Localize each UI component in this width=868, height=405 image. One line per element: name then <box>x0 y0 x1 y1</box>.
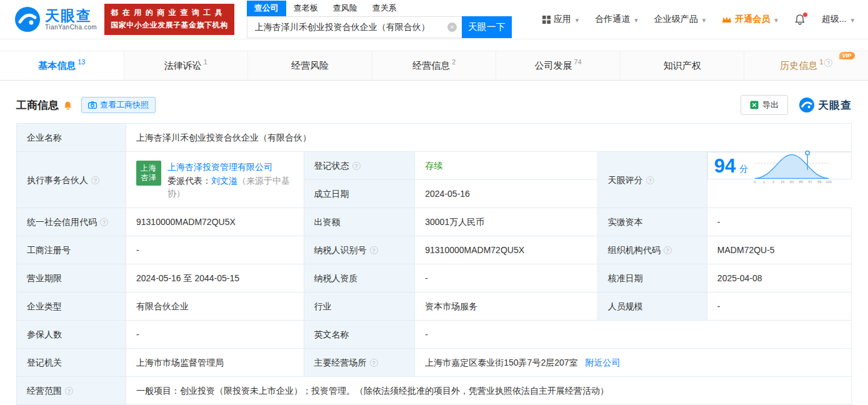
nav-enterprise-product[interactable]: 企业级产品 <box>654 14 706 25</box>
rep-name-link[interactable]: 刘文溢 <box>211 176 237 186</box>
score-unit: 分 <box>739 162 748 175</box>
search-input[interactable] <box>247 16 462 38</box>
tab-label: 公司发展 <box>534 60 572 72</box>
search-tab-risk[interactable]: 查风险 <box>326 1 365 16</box>
slogan-line1: 都在用的商业查询工具 <box>111 7 228 19</box>
tick-label: 50 <box>790 180 794 184</box>
slogan-banner: 都在用的商业查询工具 国家中小企业发展子基金旗下机构 <box>104 4 234 35</box>
score-value: 94 <box>714 156 736 176</box>
company-avatar[interactable]: 上海 杏泽 <box>136 161 161 186</box>
tick-label: 100 <box>826 180 832 184</box>
section-bar-right: 导出 天眼查 <box>741 95 852 115</box>
help-icon[interactable] <box>370 359 378 367</box>
tab-label: 基本信息 <box>38 60 76 72</box>
value-industry: 资本市场服务 <box>415 292 598 321</box>
export-button[interactable]: 导出 <box>741 95 788 115</box>
excel-icon <box>750 101 759 109</box>
tab-operating-info[interactable]: 经营信息2 <box>372 51 497 80</box>
tick-label: 85 <box>799 180 803 184</box>
help-icon[interactable] <box>65 387 73 395</box>
chevron-down-icon <box>701 14 706 24</box>
value-taxpayer-quality: - <box>415 264 598 292</box>
label-taxpayer-id: 纳税人识别号 <box>304 236 415 264</box>
tab-count: 74 <box>574 58 581 66</box>
tab-label: 历史信息 <box>780 60 817 72</box>
rep-label: 委派代表： <box>167 176 211 186</box>
value-registration-status: 存续 <box>415 152 598 180</box>
tick-label: 3 <box>772 180 774 184</box>
search-tab-boss[interactable]: 查老板 <box>286 1 326 16</box>
snapshot-button[interactable]: 查看工商快照 <box>81 97 156 113</box>
notification-dot <box>803 12 807 17</box>
help-icon[interactable] <box>91 176 99 184</box>
chart-x-ticks: 0 1 3 15 50 85 97 99 100 <box>754 180 832 184</box>
clear-icon[interactable]: × <box>447 22 457 32</box>
label-approval-date: 核准日期 <box>597 264 707 292</box>
label-company-type: 企业类型 <box>17 292 126 321</box>
value-executive-partner: 上海 杏泽 上海杏泽投资管理有限公司 委派代表：刘文溢（来源于中基协） <box>126 152 304 208</box>
crown-icon <box>722 16 732 23</box>
value-taxpayer-id: 91310000MADM72QU5X <box>415 236 598 264</box>
tab-basic-info[interactable]: 基本信息13 <box>0 51 124 80</box>
table-row: 企业名称 上海杏泽川禾创业投资合伙企业（有限合伙） <box>17 124 852 152</box>
snapshot-button-label: 查看工商快照 <box>100 99 149 111</box>
nav-app-label: 应用 <box>554 14 571 25</box>
section-bar: 工商信息 查看工商快照 导出 <box>16 95 852 115</box>
search-tab-company[interactable]: 查公司 <box>247 1 286 16</box>
value-registry-authority: 上海市市场监督管理局 <box>126 349 304 377</box>
tick-label: 99 <box>817 180 821 184</box>
page: 天眼查 TianYanCha.com 都在用的商业查询工具 国家中小企业发展子基… <box>0 0 868 405</box>
label-capital: 出资额 <box>304 208 415 236</box>
section-title: 工商信息 <box>16 98 59 112</box>
label-business-term: 营业期限 <box>17 264 126 292</box>
help-icon[interactable] <box>824 59 832 67</box>
help-icon[interactable] <box>352 162 361 170</box>
tab-count: 1 <box>819 58 823 66</box>
tab-history-info[interactable]: 历史信息1 VIP <box>744 51 868 80</box>
tab-intellectual-property[interactable]: 知识产权 <box>621 51 745 80</box>
help-icon[interactable] <box>664 246 672 254</box>
score-distribution-chart: 0 1 3 15 50 85 97 99 100 <box>752 146 832 185</box>
label-registry-authority: 登记机关 <box>17 349 126 377</box>
nav-super-member[interactable]: 超级... <box>822 14 854 25</box>
logo-subtitle: TianYanCha.com <box>45 24 97 31</box>
tab-operating-risk[interactable]: 经营风险 <box>248 51 372 80</box>
nearby-companies-link[interactable]: 附近公司 <box>585 358 620 368</box>
notification-bell[interactable] <box>794 14 806 25</box>
tab-company-development[interactable]: 公司发展74 <box>496 51 621 80</box>
alert-bell-icon[interactable] <box>63 101 72 110</box>
brand-watermark: 天眼查 <box>799 98 852 112</box>
search-button[interactable]: 天眼一下 <box>462 16 512 38</box>
value-registration-number: - <box>126 236 304 264</box>
search-row: × 天眼一下 <box>247 16 512 38</box>
label-establish-date: 成立日期 <box>304 180 415 208</box>
tab-label: 经营信息 <box>412 60 450 72</box>
nav-app[interactable]: 应用 <box>542 14 579 25</box>
help-icon[interactable] <box>100 218 108 226</box>
label-org-code: 组织机构代码 <box>597 236 707 264</box>
help-icon[interactable] <box>646 176 654 184</box>
tab-legal-proceedings[interactable]: 法律诉讼1 <box>124 51 249 80</box>
nav-open-membership[interactable]: 开通会员 <box>722 14 778 25</box>
status-badge: 存续 <box>425 161 442 171</box>
partner-company-link[interactable]: 上海杏泽投资管理有限公司 <box>167 162 272 172</box>
app-grid-icon <box>542 16 551 24</box>
value-staff-size: - <box>707 292 851 321</box>
value-org-code: MADM72QU-5 <box>707 236 851 264</box>
table-row: 登记机关 上海市市场监督管理局 主要经营场所 上海市嘉定区泰业街150弄7号2层… <box>17 349 852 377</box>
nav-partner-channel[interactable]: 合作通道 <box>595 14 638 25</box>
help-icon[interactable] <box>370 246 378 254</box>
tianyancha-logo[interactable]: 天眼查 TianYanCha.com <box>15 7 97 32</box>
header-nav: 应用 合作通道 企业级产品 开通会员 超级... <box>542 14 854 25</box>
table-row: 参保人数 - 英文名称 - <box>17 321 852 349</box>
business-info-table: 企业名称 上海杏泽川禾创业投资合伙企业（有限合伙） 执行事务合伙人 上海 杏泽 … <box>16 123 852 405</box>
logo-text: 天眼查 TianYanCha.com <box>45 8 97 31</box>
chevron-down-icon <box>574 14 579 24</box>
tab-label: 知识产权 <box>664 60 701 72</box>
search-tab-relation[interactable]: 查关系 <box>365 1 404 16</box>
value-company-name: 上海杏泽川禾创业投资合伙企业（有限合伙） <box>126 124 852 152</box>
label-staff-size: 人员规模 <box>597 292 707 321</box>
label-company-name: 企业名称 <box>17 124 126 152</box>
value-business-scope: 一般项目：创业投资（限投资未上市企业）；投资管理。（除依法须经批准的项目外，凭营… <box>126 377 852 405</box>
tab-label: 法律诉讼 <box>164 60 202 72</box>
